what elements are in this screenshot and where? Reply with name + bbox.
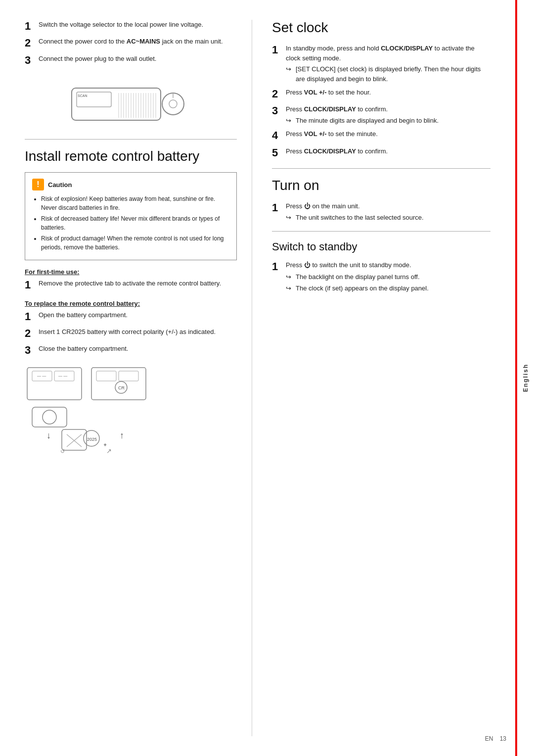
step-number: 2 bbox=[272, 88, 286, 100]
arrow-text: The minute digits are displayed and begi… bbox=[296, 116, 439, 126]
step-text: Press ⏻ to switch the unit to standby mo… bbox=[286, 260, 429, 293]
step-text: Press CLOCK/DISPLAY to confirm. ↪ The mi… bbox=[286, 104, 439, 125]
step-text: Connect the power plug to the wall outle… bbox=[39, 54, 156, 64]
svg-point-33 bbox=[43, 410, 56, 424]
arrow-text: The backlight on the display panel turns… bbox=[296, 272, 420, 282]
step-number: 1 bbox=[272, 44, 286, 56]
step-item: 2 Insert 1 CR2025 battery with correct p… bbox=[25, 327, 237, 340]
step-number: 1 bbox=[25, 20, 39, 33]
svg-rect-28 bbox=[96, 371, 116, 381]
svg-rect-0 bbox=[72, 88, 161, 120]
standby-title: Switch to standby bbox=[272, 240, 490, 253]
footer-label: EN bbox=[485, 735, 493, 742]
svg-text:↗: ↗ bbox=[106, 447, 112, 454]
left-column: 1 Switch the voltage selector to the loc… bbox=[25, 20, 252, 736]
install-section-title: Install remote control battery bbox=[25, 148, 237, 164]
step-number: 5 bbox=[272, 146, 286, 159]
step-item: 3 Connect the power plug to the wall out… bbox=[25, 54, 237, 67]
step-number: 2 bbox=[25, 37, 39, 49]
arrow-symbol: ↪ bbox=[286, 64, 293, 74]
svg-point-19 bbox=[169, 100, 177, 108]
step-text: Switch the voltage selector to the local… bbox=[39, 20, 203, 30]
step-item: 1 Open the battery compartment. bbox=[25, 310, 237, 323]
svg-rect-38 bbox=[62, 429, 87, 450]
step-number: 1 bbox=[272, 201, 286, 214]
step-item: 1 Press ⏻ on the main unit. ↪ The unit s… bbox=[272, 201, 490, 222]
svg-text:— —: — — bbox=[37, 374, 46, 378]
arrow-text: [SET CLOCK] (set clock) is displayed bri… bbox=[296, 64, 490, 84]
step-text: Press ⏻ on the main unit. ↪ The unit swi… bbox=[286, 201, 424, 222]
step-number: 1 bbox=[272, 260, 286, 273]
sidebar-label: English bbox=[522, 364, 529, 392]
step-item: 1 Press ⏻ to switch the unit to standby … bbox=[272, 260, 490, 293]
caution-list: Risk of explosion! Keep batteries away f… bbox=[32, 194, 229, 252]
footer-page: 13 bbox=[500, 735, 506, 742]
sidebar: English bbox=[515, 0, 534, 756]
step-item: 5 Press CLOCK/DISPLAY to confirm. bbox=[272, 146, 490, 159]
step-text: Connect the power cord to the AC~MAINS j… bbox=[39, 37, 223, 47]
replace-steps: 1 Open the battery compartment. 2 Insert… bbox=[25, 310, 237, 357]
set-clock-steps: 1 In standby mode, press and hold CLOCK/… bbox=[272, 44, 490, 159]
step-item: 4 Press VOL +/- to set the minute. bbox=[272, 129, 490, 142]
caution-item: Risk of product damage! When the remote … bbox=[41, 234, 229, 252]
arrow-symbol: ↪ bbox=[286, 284, 293, 293]
caution-icon: ! bbox=[32, 179, 44, 190]
divider bbox=[272, 168, 490, 169]
step-number: 1 bbox=[25, 279, 39, 291]
right-column: Set clock 1 In standby mode, press and h… bbox=[252, 20, 490, 736]
divider bbox=[25, 139, 237, 140]
step-text: Press VOL +/- to set the minute. bbox=[286, 129, 378, 139]
replace-title: To replace the remote control battery: bbox=[25, 300, 237, 307]
set-clock-title: Set clock bbox=[272, 20, 490, 36]
arrow-text: The unit switches to the last selected s… bbox=[296, 213, 424, 223]
arrow-text: The clock (if set) appears on the displa… bbox=[296, 284, 429, 293]
step-text: Insert 1 CR2025 battery with correct pol… bbox=[39, 327, 216, 337]
step-text: Press VOL +/- to set the hour. bbox=[286, 88, 371, 97]
arrow-symbol: ↪ bbox=[286, 213, 293, 223]
step-number: 1 bbox=[25, 310, 39, 323]
device-illustration: SCAN bbox=[25, 76, 237, 130]
svg-text:↑: ↑ bbox=[120, 430, 124, 440]
svg-text:CR: CR bbox=[118, 385, 125, 390]
caution-header: ! Caution bbox=[32, 179, 229, 190]
step-item: 2 Connect the power cord to the AC~MAINS… bbox=[25, 37, 237, 49]
step-item: 2 Press VOL +/- to set the hour. bbox=[272, 88, 490, 100]
first-use-steps: 1 Remove the protective tab to activate … bbox=[25, 279, 237, 291]
svg-rect-29 bbox=[119, 371, 138, 381]
svg-text:SCAN: SCAN bbox=[78, 94, 87, 97]
step-number: 4 bbox=[272, 129, 286, 142]
page-footer: EN 13 bbox=[485, 735, 506, 742]
step-text: In standby mode, press and hold CLOCK/DI… bbox=[286, 44, 490, 84]
standby-steps: 1 Press ⏻ to switch the unit to standby … bbox=[272, 260, 490, 293]
step-item: 3 Press CLOCK/DISPLAY to confirm. ↪ The … bbox=[272, 104, 490, 125]
caution-item: Risk of explosion! Keep batteries away f… bbox=[41, 194, 229, 212]
svg-text:↺: ↺ bbox=[60, 448, 65, 454]
step-text: Press CLOCK/DISPLAY to confirm. bbox=[286, 146, 388, 156]
step-item: 1 In standby mode, press and hold CLOCK/… bbox=[272, 44, 490, 84]
turn-on-steps: 1 Press ⏻ on the main unit. ↪ The unit s… bbox=[272, 201, 490, 222]
turn-on-title: Turn on bbox=[272, 178, 490, 193]
first-use-title: For first-time use: bbox=[25, 268, 237, 276]
divider bbox=[272, 231, 490, 232]
svg-text:— —: — — bbox=[58, 374, 67, 378]
caution-item: Risk of decreased battery life! Never mi… bbox=[41, 214, 229, 232]
step-number: 2 bbox=[25, 327, 39, 340]
initial-steps-list: 1 Switch the voltage selector to the loc… bbox=[25, 20, 237, 67]
step-item: 1 Remove the protective tab to activate … bbox=[25, 279, 237, 291]
step-number: 3 bbox=[25, 344, 39, 357]
step-item: 1 Switch the voltage selector to the loc… bbox=[25, 20, 237, 33]
arrow-symbol: ↪ bbox=[286, 116, 293, 126]
svg-text:↓: ↓ bbox=[46, 430, 51, 440]
step-number: 3 bbox=[25, 54, 39, 67]
step-text: Remove the protective tab to activate th… bbox=[39, 279, 221, 288]
step-text: Close the battery compartment. bbox=[39, 344, 128, 354]
caution-box: ! Caution Risk of explosion! Keep batter… bbox=[25, 172, 237, 260]
step-item: 3 Close the battery compartment. bbox=[25, 344, 237, 357]
caution-title: Caution bbox=[48, 181, 72, 189]
battery-illustration: — — — — CR ↓ ↑ bbox=[25, 365, 237, 449]
svg-text:2025: 2025 bbox=[87, 437, 97, 442]
arrow-symbol: ↪ bbox=[286, 272, 293, 282]
step-number: 3 bbox=[272, 104, 286, 117]
step-text: Open the battery compartment. bbox=[39, 310, 128, 320]
